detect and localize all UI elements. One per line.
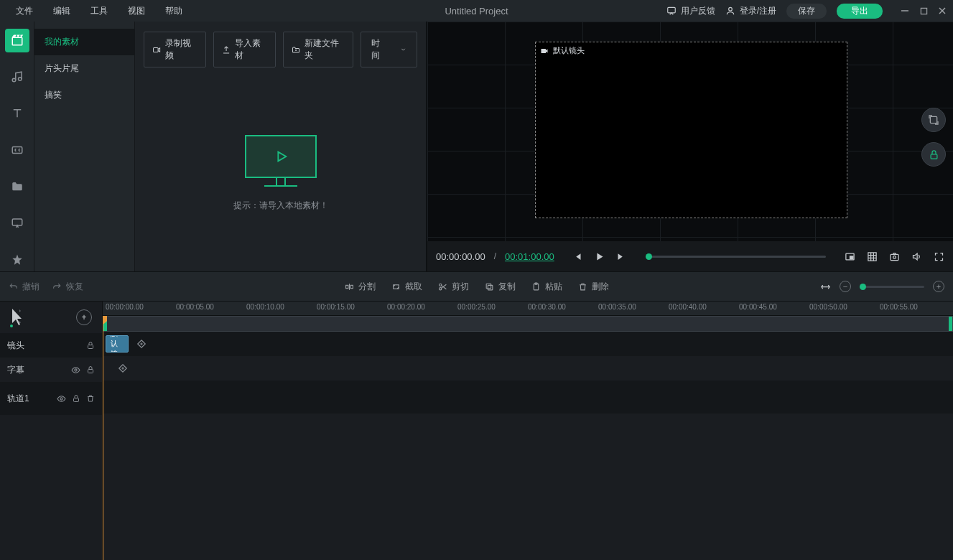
sort-select[interactable]: 时间 [361,32,417,67]
lock-small-icon[interactable] [72,394,80,403]
eye-icon[interactable] [57,394,66,403]
redo-icon [52,282,62,291]
scrubber-left-handle[interactable] [103,317,107,331]
cut-button[interactable]: 剪切 [438,281,469,293]
trash-small-icon[interactable] [86,394,95,403]
lock-button[interactable] [921,142,946,167]
scrubber-bar[interactable] [103,316,953,332]
scrubber-right-handle[interactable] [949,317,952,331]
feedback-label: 用户反馈 [681,5,715,17]
import-button[interactable]: 导入素材 [213,32,276,67]
preview-canvas[interactable]: 默认镜头 [535,42,847,218]
next-button[interactable] [616,251,627,262]
audio-tab-icon[interactable] [5,65,29,89]
timeline-cursor-icon[interactable] [10,307,22,327]
category-funny[interactable]: 搞笑 [34,82,134,108]
minimize-button[interactable] [900,6,910,16]
svg-rect-25 [350,285,353,288]
preview-viewport[interactable]: 默认镜头 [427,22,953,241]
new-folder-button[interactable]: 新建文件夹 [283,32,353,67]
category-openings[interactable]: 片头片尾 [34,55,134,82]
cut-label: 剪切 [452,281,469,293]
snapshot-button[interactable] [889,251,900,262]
volume-icon [911,251,922,262]
add-keyframe-shot[interactable] [136,338,147,350]
play-triangle-icon [273,149,289,164]
shot-track-icons [86,341,95,350]
undo-button[interactable]: 撤销 [9,281,39,293]
preview-progress[interactable] [646,256,826,258]
login-button[interactable]: 登录/注册 [725,5,776,17]
media-tab-icon[interactable] [5,29,29,52]
lock-small-icon[interactable] [86,365,95,374]
menu-help[interactable]: 帮助 [155,0,192,22]
text-tab-icon[interactable] [5,102,29,126]
menu-tools[interactable]: 工具 [80,0,118,22]
user-icon [725,6,735,16]
track-row-track1[interactable] [103,381,953,414]
copy-button[interactable]: 复制 [485,281,516,293]
comment-icon [11,217,24,230]
prev-button[interactable] [572,251,582,262]
svg-point-28 [439,284,441,286]
track-row-shot[interactable]: 默认镜 [103,332,953,356]
close-button[interactable] [937,6,947,16]
media-category-list: 我的素材 片头片尾 搞笑 [34,22,135,271]
pip-button[interactable] [845,251,855,262]
svg-rect-3 [921,8,926,14]
time-ruler[interactable]: 00:00:00.00 00:00:05.00 00:00:10.00 00:0… [103,302,953,316]
zoom-in-button[interactable]: + [933,281,944,292]
menu-file[interactable]: 文件 [6,0,43,22]
record-button[interactable]: 录制视频 [144,32,206,67]
fit-timeline-button[interactable] [820,281,831,292]
progress-handle[interactable] [646,253,652,260]
effects-tab-icon[interactable] [5,248,29,271]
fullscreen-button[interactable] [934,251,944,262]
svg-rect-9 [12,147,22,154]
feedback-button[interactable]: 用户反馈 [666,5,715,17]
media-empty-state: 提示：请导入本地素材！ [135,75,426,271]
zoom-handle[interactable] [860,284,866,290]
redo-button[interactable]: 恢复 [52,281,83,293]
ruler-tick: 00:00:30.00 [528,303,566,311]
time-total[interactable]: 00:01:00.00 [505,251,554,262]
category-my-media[interactable]: 我的素材 [34,29,134,55]
menu-edit[interactable]: 编辑 [43,0,80,22]
zoom-slider[interactable] [860,286,924,288]
delete-button[interactable]: 删除 [578,281,609,293]
fit-icon [928,114,939,126]
fit-button[interactable] [921,108,946,132]
left-icon-sidebar [0,22,34,271]
trash-icon [578,282,587,291]
zoom-out-button[interactable]: − [840,281,851,292]
track-row-subtitle[interactable] [103,356,953,381]
new-folder-label: 新建文件夹 [305,37,345,62]
clip-default[interactable]: 默认镜 [106,335,129,353]
menu-view[interactable]: 视图 [118,0,155,22]
svg-rect-16 [850,256,853,258]
split-button[interactable]: 分割 [345,281,376,293]
maximize-button[interactable] [919,6,929,16]
record-label: 录制视频 [165,37,197,62]
copy-icon [485,282,494,291]
eye-icon[interactable] [71,365,80,375]
folder-tab-icon[interactable] [5,174,29,198]
save-button[interactable]: 保存 [786,4,827,19]
lock-small-icon[interactable] [86,341,95,350]
top-bar: 文件 编辑 工具 视图 帮助 Untitled Project 用户反馈 登录/… [0,0,953,22]
add-track-button[interactable]: + [76,309,92,325]
crop-button[interactable]: 截取 [391,281,422,293]
comment-tab-icon[interactable] [5,211,29,235]
svg-rect-22 [891,254,898,260]
volume-button[interactable] [911,251,922,262]
skip-back-icon [572,251,582,262]
minimize-icon [901,6,909,15]
caption-tab-icon[interactable] [5,139,29,162]
export-button[interactable]: 导出 [837,4,883,19]
cc-icon [11,144,24,157]
add-keyframe-subtitle[interactable] [117,363,129,374]
svg-rect-24 [345,285,348,288]
grid-button[interactable] [867,251,878,262]
paste-button[interactable]: 粘贴 [531,281,562,293]
play-button[interactable] [594,251,605,262]
